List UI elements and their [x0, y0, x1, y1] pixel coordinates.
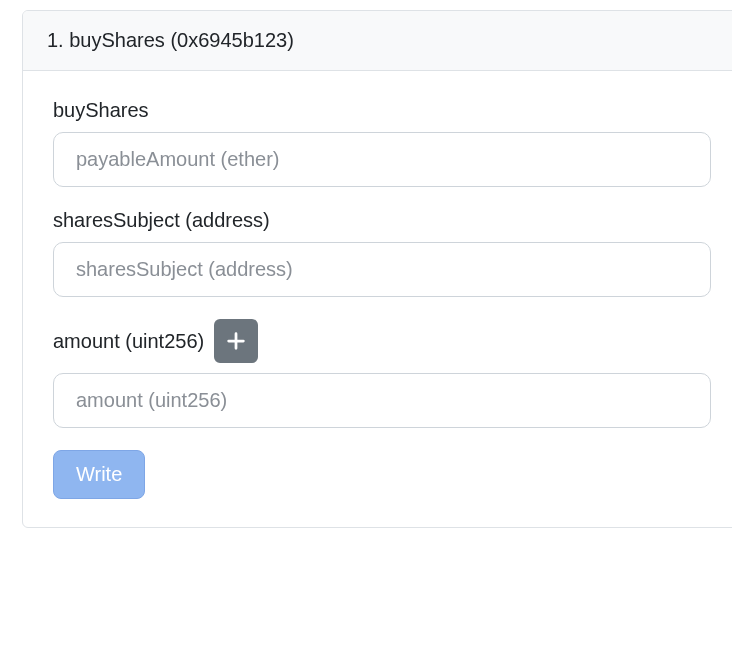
add-amount-button[interactable] — [214, 319, 258, 363]
write-button[interactable]: Write — [53, 450, 145, 499]
amount-input[interactable] — [53, 373, 711, 428]
field-payable: buyShares — [53, 99, 711, 187]
panel-header[interactable]: 1. buyShares (0x6945b123) — [23, 11, 732, 71]
field-amount: amount (uint256) — [53, 319, 711, 428]
plus-icon — [225, 330, 247, 352]
shares-subject-input[interactable] — [53, 242, 711, 297]
field-shares-subject: sharesSubject (address) — [53, 209, 711, 297]
panel-title: 1. buyShares (0x6945b123) — [47, 29, 294, 51]
function-panel: 1. buyShares (0x6945b123) buyShares shar… — [22, 10, 732, 528]
field-amount-label-row: amount (uint256) — [53, 319, 711, 363]
field-payable-label: buyShares — [53, 99, 711, 122]
field-amount-label: amount (uint256) — [53, 330, 204, 353]
field-shares-subject-label: sharesSubject (address) — [53, 209, 711, 232]
payable-amount-input[interactable] — [53, 132, 711, 187]
panel-body: buyShares sharesSubject (address) amount… — [23, 71, 732, 527]
